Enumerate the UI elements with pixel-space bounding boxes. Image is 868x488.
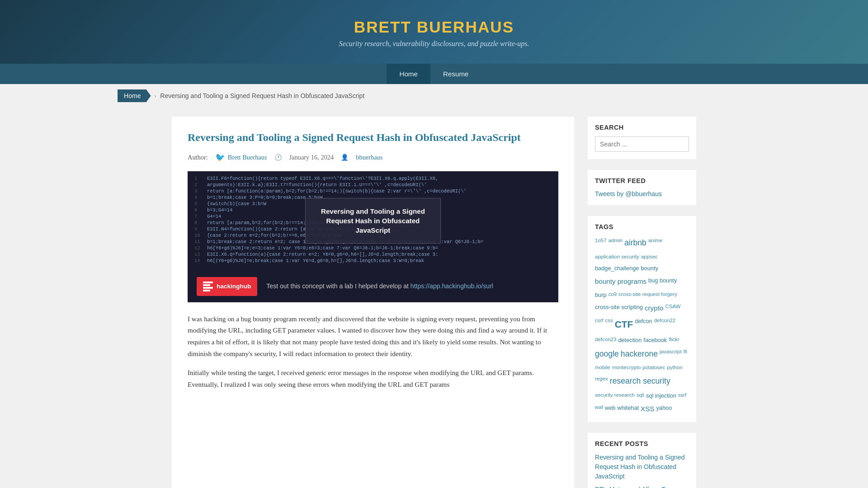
search-widget: SEARCH: [588, 117, 696, 159]
logo-bar-1: [203, 282, 213, 283]
tag-item[interactable]: javascript: [660, 347, 682, 361]
breadcrumb-separator: ›: [155, 92, 157, 100]
twitter-widget: TWITTER FEED Tweets by @bbuerhaus: [588, 170, 696, 205]
breadcrumb: Home › Reversing and Tooling a Signed Re…: [0, 84, 868, 108]
twitter-widget-title: TWITTER FEED: [595, 177, 689, 184]
tag-item[interactable]: regex: [595, 374, 608, 389]
tag-item[interactable]: airbnb: [624, 236, 646, 250]
twitter-feed-link[interactable]: Tweets by @bbuerhaus: [595, 190, 662, 197]
tag-item[interactable]: security research: [595, 390, 635, 401]
nav-home[interactable]: Home: [387, 64, 430, 84]
post-code-image: 1E3II.F6=function(){return typeof E3II.X…: [188, 171, 558, 271]
tag-item[interactable]: hackerone: [621, 347, 658, 361]
site-header: BRETT BUERHAUS Security research, vulner…: [0, 0, 868, 64]
tag-item[interactable]: 1o57: [595, 236, 607, 250]
logo-bar-3: [203, 287, 213, 289]
post-user[interactable]: bbuerhaus: [356, 154, 382, 161]
tag-item[interactable]: admin: [609, 236, 623, 250]
tag-item[interactable]: CSAW: [665, 302, 680, 314]
tag-item[interactable]: badge_challenge: [595, 263, 639, 273]
author-label: Author:: [188, 154, 208, 161]
tag-item[interactable]: CTF: [615, 316, 633, 333]
code-line: 12h6[Y6+g6)%J6]=e;e=3;case 1:var Y6=0;e6…: [194, 245, 552, 251]
tag-item[interactable]: appsec: [641, 252, 658, 262]
sidebar: SEARCH TWITTER FEED Tweets by @bbuerhaus…: [588, 117, 696, 488]
tag-item[interactable]: lfi: [684, 347, 687, 361]
tag-item[interactable]: yahoo: [656, 403, 672, 415]
tag-item[interactable]: css: [605, 316, 613, 333]
tag-item[interactable]: anime: [648, 236, 662, 250]
tag-item[interactable]: research security: [610, 374, 670, 389]
author-link[interactable]: Brett Buerhaus: [228, 154, 267, 161]
banner-logo: hackinghub: [197, 277, 257, 296]
breadcrumb-home[interactable]: Home: [118, 89, 151, 102]
recent-posts-widget: RECENT POSTS Reversing and Tooling a Sig…: [588, 433, 696, 488]
tag-item[interactable]: google: [595, 347, 619, 361]
tag-item[interactable]: web: [605, 403, 615, 415]
tag-item[interactable]: detection: [618, 335, 642, 345]
logo-bar-2: [203, 284, 210, 286]
site-title: BRETT BUERHAUS: [9, 18, 859, 36]
tag-item[interactable]: facebook: [643, 335, 667, 345]
site-tagline: Security research, vulnerability disclos…: [9, 40, 859, 48]
tag-item[interactable]: co9: [609, 290, 617, 300]
tags-cloud: 1o57 admin airbnb anime application secu…: [595, 236, 689, 415]
main-content: Reversing and Tooling a Signed Request H…: [172, 117, 574, 488]
code-overlay-title: Reversing and Tooling a Signed Request H…: [316, 206, 429, 235]
tag-item[interactable]: waf: [595, 403, 603, 415]
recent-post-link[interactable]: Reversing and Tooling a Signed Request H…: [595, 453, 689, 481]
banner-logo-text: hackinghub: [217, 283, 251, 290]
tags-widget-title: TAGS: [595, 223, 689, 230]
post-title: Reversing and Tooling a Signed Request H…: [188, 130, 558, 145]
banner-text: Test out this concept with a lab I helpe…: [266, 282, 493, 291]
tag-item[interactable]: defcon23: [595, 335, 616, 345]
post-paragraph-1: I was hacking on a bug bounty program re…: [188, 313, 558, 360]
main-nav: Home Resume: [0, 64, 868, 84]
tag-item[interactable]: csrf: [595, 316, 604, 333]
calendar-icon: 🕐: [274, 154, 282, 161]
recent-post-link[interactable]: BT's Metaversal Album Treasure Hunt: [595, 485, 689, 488]
code-line: 2arguments):E3II.k.a};E3II.t7=function()…: [194, 182, 552, 188]
tag-item[interactable]: whitehat: [617, 403, 639, 415]
tag-item[interactable]: XSS: [641, 403, 654, 415]
tag-item[interactable]: burp: [595, 290, 607, 300]
tag-item[interactable]: ssrf: [678, 390, 687, 401]
code-line: 3return [a:function(a:param),b=2;for(b=2…: [194, 188, 552, 194]
recent-posts-list: Reversing and Tooling a Signed Request H…: [595, 453, 689, 488]
tag-item[interactable]: mobile: [595, 363, 610, 372]
breadcrumb-current: Reversing and Tooling a Signed Request H…: [160, 92, 364, 99]
post-banner: hackinghub Test out this concept with a …: [188, 271, 558, 302]
code-line: 14h6[(Y6+g6)%J6]=e;break;case 1:var Y6=d…: [194, 258, 552, 263]
tag-item[interactable]: defcon: [635, 316, 652, 333]
tag-item[interactable]: sql injection: [646, 390, 676, 401]
logo-bar-4: [203, 290, 210, 291]
post-body: I was hacking on a bug bounty program re…: [188, 313, 558, 390]
search-input[interactable]: [595, 136, 689, 152]
post-paragraph-2: Initially while testing the target, I re…: [188, 367, 558, 390]
code-overlay: Reversing and Tooling a Signed Request H…: [305, 198, 441, 244]
tag-item[interactable]: application security: [595, 252, 639, 262]
tag-item[interactable]: python: [667, 363, 683, 372]
tag-item[interactable]: sqli: [637, 390, 644, 401]
tags-widget: TAGS 1o57 admin airbnb anime application…: [588, 216, 696, 422]
recent-posts-title: RECENT POSTS: [595, 440, 689, 447]
tag-item[interactable]: bounty: [641, 263, 658, 273]
banner-url[interactable]: https://app.hackinghub.io/surl: [410, 282, 493, 290]
code-line: 13E3II.X6.q=function(a){case 2:return e=…: [194, 252, 552, 257]
code-line: 1E3II.F6=function(){return typeof E3II.X…: [194, 176, 552, 181]
search-widget-title: SEARCH: [595, 124, 689, 131]
nav-resume[interactable]: Resume: [430, 64, 481, 84]
tag-item[interactable]: cross-site request forgery: [618, 290, 677, 300]
post-meta: Author: 🐦 Brett Buerhaus 🕐 January 16, 2…: [188, 153, 558, 162]
tag-item[interactable]: defcon22: [654, 316, 675, 333]
tag-item[interactable]: flickr: [669, 335, 679, 345]
tag-item[interactable]: bounty programs: [595, 275, 646, 287]
twitter-icon: 🐦: [215, 153, 225, 162]
tag-item[interactable]: cross-site scripting: [595, 302, 643, 314]
author-info: 🐦 Brett Buerhaus: [215, 153, 267, 162]
tag-item[interactable]: crypto: [645, 302, 663, 314]
user-icon: 👤: [341, 154, 349, 161]
tag-item[interactable]: montecrypto: [612, 363, 641, 372]
tag-item[interactable]: bug bounty: [648, 275, 677, 287]
tag-item[interactable]: potatosec: [642, 363, 665, 372]
